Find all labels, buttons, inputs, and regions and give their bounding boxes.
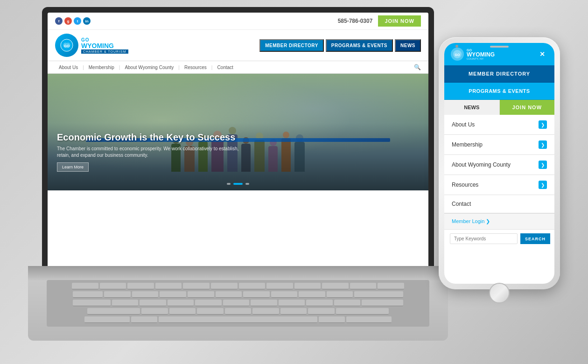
phone-programs-events-button[interactable]: PROGRAMS & EVENTS <box>444 83 554 100</box>
key <box>169 308 196 315</box>
key <box>294 283 321 289</box>
googleplus-icon[interactable]: g <box>64 17 72 25</box>
key <box>336 308 389 315</box>
phone-number: 585-786-0307 <box>338 18 373 24</box>
key <box>378 283 404 289</box>
phone-menu-contact[interactable]: Contact <box>444 195 554 213</box>
key <box>141 308 168 315</box>
key <box>84 316 130 323</box>
key <box>132 291 159 298</box>
phone-search-bar: SEARCH <box>444 229 554 248</box>
chevron-down-icon: ❯ <box>539 181 547 189</box>
key <box>104 291 131 298</box>
key <box>223 300 250 306</box>
nav-buttons: MEMBER DIRECTORY PROGRAMS & EVENTS NEWS <box>259 39 421 52</box>
key <box>308 308 335 315</box>
social-icons: f g t in <box>55 17 91 25</box>
phone-search-button[interactable]: SEARCH <box>520 233 550 244</box>
member-directory-button[interactable]: MEMBER DIRECTORY <box>259 39 324 52</box>
facebook-icon[interactable]: f <box>55 17 63 25</box>
phone-member-directory-button[interactable]: MEMBER DIRECTORY <box>444 65 554 83</box>
close-button[interactable]: ✕ <box>537 49 548 60</box>
key <box>183 283 210 289</box>
key <box>216 291 242 298</box>
phone-member-login-button[interactable]: Member Login ❯ <box>444 213 554 229</box>
key <box>319 316 345 323</box>
keyboard-keys-area <box>47 280 429 327</box>
phone-logo-circle: GO <box>451 48 464 61</box>
scene: f g t in 585-786-0307 JOIN NOW <box>0 0 588 364</box>
key <box>266 283 293 289</box>
join-now-button-top[interactable]: JOIN NOW <box>378 15 421 27</box>
member-login-label: Member Login <box>452 218 484 224</box>
key <box>225 308 252 315</box>
hero-dot-2[interactable] <box>233 183 243 185</box>
key <box>239 283 266 289</box>
phone-logo-wyoming: WYOMING <box>467 52 495 57</box>
key-row-4 <box>49 308 427 315</box>
phone-menu-resources-label: Resources <box>452 182 478 188</box>
site-subnav: About Us | Membership | About Wyoming Co… <box>48 61 428 74</box>
subnav-contact[interactable]: Contact <box>213 65 237 70</box>
subnav-about-us[interactable]: About Us <box>55 65 82 70</box>
key <box>160 291 186 298</box>
phone-menu-resources[interactable]: Resources ❯ <box>444 175 554 195</box>
laptop-screen-border: f g t in 585-786-0307 JOIN NOW <box>42 7 434 268</box>
hero-overlay: Economic Growth is the Key to Success Th… <box>48 123 428 190</box>
key <box>346 316 392 323</box>
logo-circle: GO <box>55 34 78 57</box>
key <box>188 291 214 298</box>
key <box>72 283 98 289</box>
key <box>350 283 377 289</box>
subnav-about-wyoming[interactable]: About Wyoming County <box>121 65 177 70</box>
phone-menu-contact-label: Contact <box>452 201 471 207</box>
phone-menu-about-us[interactable]: About Us ❯ <box>444 115 554 135</box>
hero-subtitle: The Chamber is committed to economic pro… <box>57 146 244 159</box>
key <box>362 300 403 306</box>
twitter-icon[interactable]: t <box>74 17 81 25</box>
linkedin-icon[interactable]: in <box>83 17 91 25</box>
key <box>271 291 298 298</box>
key <box>195 300 222 306</box>
logo-text-area: GO WYOMING CHAMBER & TOURISM <box>81 37 128 54</box>
programs-events-button[interactable]: PROGRAMS & EVENTS <box>326 39 393 52</box>
chevron-down-icon: ❯ <box>539 140 547 149</box>
site-header: GO GO WYOMING CHAMBER & TOURISM MEMBER D… <box>48 30 428 61</box>
site-topbar: f g t in 585-786-0307 JOIN NOW <box>48 13 428 30</box>
phone-home-button[interactable] <box>489 283 510 303</box>
laptop-keyboard <box>28 266 448 341</box>
search-icon[interactable]: 🔍 <box>414 64 421 70</box>
key <box>322 283 349 289</box>
phone-news-button[interactable]: NEWS <box>444 100 500 115</box>
phone-join-button[interactable]: JOIN NOW <box>500 100 555 115</box>
phone-menu-membership-label: Membership <box>452 141 483 148</box>
key <box>211 283 238 289</box>
hero-dot-3[interactable] <box>245 183 249 185</box>
news-button[interactable]: NEWS <box>395 39 421 52</box>
phone-logo-county: COUNTY, NY <box>467 57 495 60</box>
laptop: f g t in 585-786-0307 JOIN NOW <box>28 7 448 352</box>
key <box>127 283 154 289</box>
key <box>73 300 111 306</box>
key-row-2 <box>49 291 427 298</box>
svg-text:GO: GO <box>455 53 460 56</box>
hero-section: Economic Growth is the Key to Success Th… <box>48 74 428 190</box>
key <box>100 283 126 289</box>
key <box>280 308 307 315</box>
key <box>131 316 158 323</box>
phone-menu-about-us-label: About Us <box>452 121 475 128</box>
key <box>299 291 325 298</box>
key-row-3 <box>49 300 427 306</box>
learn-more-button[interactable]: Learn More <box>57 162 89 172</box>
key <box>306 300 333 306</box>
logo-go-text: GO <box>81 37 128 42</box>
hero-title: Economic Growth is the Key to Success <box>57 132 419 143</box>
hero-dot-1[interactable] <box>227 183 231 185</box>
phone-menu-membership[interactable]: Membership ❯ <box>444 135 554 155</box>
subnav-resources[interactable]: Resources <box>181 65 210 70</box>
subnav-membership[interactable]: Membership <box>85 65 118 70</box>
website: f g t in 585-786-0307 JOIN NOW <box>48 13 428 268</box>
phone-search-input[interactable] <box>450 233 518 244</box>
phone-menu-about-wyoming[interactable]: About Wyoming County ❯ <box>444 155 554 175</box>
phone: GO GO WYOMING COUNTY, NY ✕ MEMBE <box>439 37 560 299</box>
